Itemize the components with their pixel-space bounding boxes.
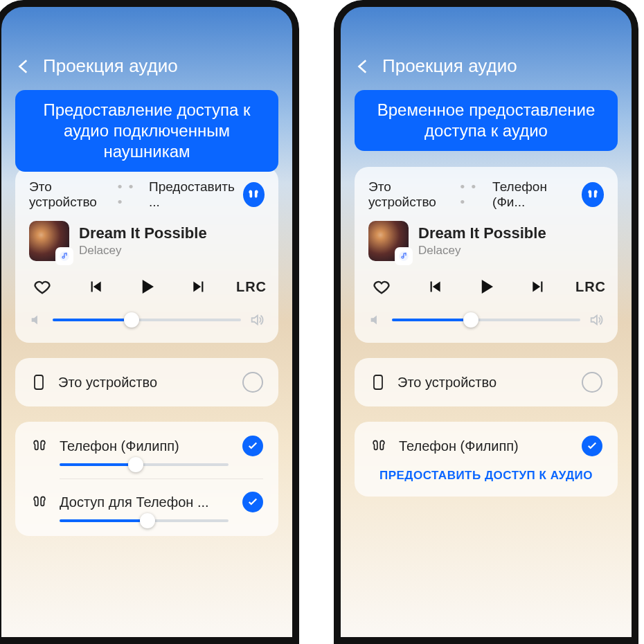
this-device-label: Это устройство — [58, 375, 231, 391]
topbar: Проекция аудио — [15, 55, 278, 77]
device-volume-slider-2[interactable] — [60, 519, 229, 522]
tab-this-device[interactable]: Это устройство — [29, 179, 111, 210]
tab-this-device[interactable]: Это устройство — [368, 179, 454, 210]
screen-right: Проекция аудио Временное предоставление … — [341, 7, 632, 637]
phone-left: Проекция аудио Предоставление доступа к … — [0, 0, 299, 644]
volume-high-icon — [589, 312, 604, 328]
song-meta: Dream It Possible Delacey — [79, 224, 207, 258]
lyrics-button[interactable]: LRC — [580, 276, 601, 297]
volume-row — [29, 312, 265, 328]
phone-right: Проекция аудио Временное предоставление … — [334, 0, 638, 644]
device-volume-slider-1[interactable] — [60, 463, 229, 466]
earbuds-card-right: Телефон (Филипп) ПРЕДОСТАВИТЬ ДОСТУП К А… — [355, 422, 618, 497]
radio-checked-icon[interactable] — [582, 436, 602, 456]
this-device-card-right[interactable]: Это устройство — [355, 358, 618, 406]
volume-high-icon — [249, 312, 265, 328]
svg-rect-3 — [374, 375, 382, 389]
now-playing: Dream It Possible Delacey — [368, 221, 604, 261]
next-button[interactable] — [528, 276, 549, 297]
phone-device-icon — [370, 373, 386, 392]
volume-slider[interactable] — [53, 319, 241, 321]
callout-right: Временное предоставление доступа к аудио — [355, 90, 618, 151]
tab-separator-dots: • • • — [118, 179, 142, 210]
device-tabs: Это устройство • • • Телефон (Фи... — [368, 179, 604, 210]
device-row-phone[interactable]: Телефон (Филипп) — [370, 436, 602, 456]
song-title: Dream It Possible — [418, 224, 546, 242]
radio-checked-icon[interactable] — [242, 492, 263, 512]
device-name-phone2: Доступ для Телефон ... — [60, 494, 231, 510]
song-artist: Delacey — [418, 244, 546, 258]
tab-share[interactable]: Предоставить ... — [149, 179, 236, 210]
music-app-icon — [55, 247, 73, 265]
playback-controls: LRC — [368, 276, 604, 297]
now-playing: Dream It Possible Delacey — [29, 221, 265, 261]
phone-frame: Проекция аудио Временное предоставление … — [334, 0, 638, 644]
tab-separator-dots: • • • — [460, 179, 486, 210]
player-card: Это устройство • • • Предоставить ... Dr — [15, 167, 278, 343]
playback-controls: LRC — [29, 276, 265, 297]
favorite-button[interactable] — [32, 276, 53, 297]
volume-low-icon — [29, 312, 44, 328]
player-card: Это устройство • • • Телефон (Фи... Drea — [355, 167, 618, 343]
screen-left: Проекция аудио Предоставление доступа к … — [1, 7, 292, 637]
radio-checked-icon[interactable] — [242, 436, 263, 456]
album-art[interactable] — [368, 221, 409, 261]
earbuds-icon — [30, 437, 48, 455]
this-device-label: Это устройство — [397, 375, 571, 391]
this-device-card[interactable]: Это устройство — [15, 358, 278, 406]
volume-row — [368, 312, 604, 328]
radio-unchecked[interactable] — [242, 372, 263, 393]
volume-slider[interactable] — [392, 319, 580, 321]
song-artist: Delacey — [79, 244, 207, 258]
device-name-phone: Телефон (Филипп) — [399, 438, 571, 454]
next-button[interactable] — [189, 276, 210, 297]
tab-share[interactable]: Телефон (Фи... — [492, 179, 574, 210]
album-art[interactable] — [29, 221, 69, 261]
callout-left: Предоставление доступа к аудио подключен… — [15, 90, 278, 172]
play-button[interactable] — [476, 276, 497, 297]
earbuds-icon — [30, 493, 48, 511]
earbuds-card-left: Телефон (Филипп) Доступ д — [15, 422, 278, 536]
song-title: Dream It Possible — [79, 224, 207, 242]
radio-unchecked[interactable] — [582, 372, 602, 393]
phone-device-icon — [30, 373, 47, 392]
previous-button[interactable] — [84, 276, 105, 297]
topbar: Проекция аудио — [355, 55, 618, 77]
previous-button[interactable] — [424, 276, 445, 297]
device-row-phone2[interactable]: Доступ для Телефон ... — [30, 492, 263, 512]
device-tabs: Это устройство • • • Предоставить ... — [29, 179, 265, 210]
back-arrow-icon[interactable] — [355, 57, 373, 75]
favorite-button[interactable] — [371, 276, 392, 297]
song-meta: Dream It Possible Delacey — [418, 224, 546, 258]
earbuds-badge-icon[interactable] — [243, 182, 265, 207]
phone-frame: Проекция аудио Предоставление доступа к … — [0, 0, 299, 644]
earbuds-badge-icon[interactable] — [582, 182, 604, 207]
divider — [60, 478, 263, 479]
svg-rect-1 — [35, 375, 43, 389]
device-row-phone1[interactable]: Телефон (Филипп) — [30, 436, 263, 456]
back-arrow-icon[interactable] — [15, 57, 33, 75]
page-title: Проекция аудио — [382, 55, 517, 77]
volume-low-icon — [368, 312, 384, 328]
music-app-icon — [395, 247, 413, 265]
play-button[interactable] — [136, 276, 157, 297]
earbuds-icon — [370, 437, 388, 455]
page-title: Проекция аудио — [43, 55, 178, 77]
device-name-phone1: Телефон (Филипп) — [60, 438, 231, 454]
lyrics-button[interactable]: LRC — [241, 276, 262, 297]
share-audio-button[interactable]: ПРЕДОСТАВИТЬ ДОСТУП К АУДИО — [370, 469, 602, 483]
